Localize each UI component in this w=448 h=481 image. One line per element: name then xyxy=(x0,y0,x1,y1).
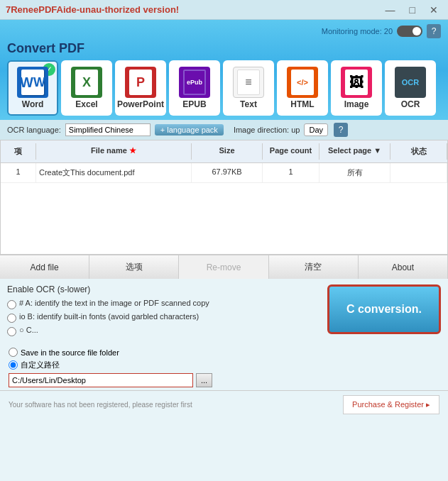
file-table: 项 File name ★ Size Page count Select pag… xyxy=(0,140,448,255)
col-pagecount: Page count xyxy=(263,143,319,160)
cell-num: 1 xyxy=(1,163,36,182)
ocr-language-input[interactable] xyxy=(65,123,151,136)
action-buttons: Add file 选项 Re-move 清空 About xyxy=(0,255,448,279)
table-empty-area xyxy=(1,183,447,254)
custom-path-radio[interactable] xyxy=(9,360,18,370)
maximize-button[interactable]: □ xyxy=(405,3,420,17)
ocr-options: Enable OCR (s-lower) # A: identify the t… xyxy=(7,284,320,339)
ocr-conversion-area: Enable OCR (s-lower) # A: identify the t… xyxy=(0,279,448,345)
table-header: 项 File name ★ Size Page count Select pag… xyxy=(1,140,447,163)
ocr-language-row: OCR language: + language pack Image dire… xyxy=(0,120,448,140)
html-icon: </> xyxy=(287,67,318,98)
ocr-title: Enable OCR (s-lower) xyxy=(7,284,320,294)
col-selectpage[interactable]: Select page ▼ xyxy=(319,143,390,160)
close-button[interactable]: ✕ xyxy=(425,3,442,17)
format-html[interactable]: </> HTML xyxy=(277,60,328,116)
ppt-icon: P xyxy=(125,67,156,98)
text-label: Text xyxy=(240,99,257,109)
ocr-option-c: ○ C... xyxy=(7,326,320,336)
word-icon: W xyxy=(17,67,48,98)
about-button[interactable]: About xyxy=(359,255,448,279)
text-icon: ≡ xyxy=(233,67,264,98)
title-text: 7ReneePDFAide-unau-thorized version! xyxy=(6,4,179,15)
title-bar: 7ReneePDFAide-unau-thorized version! — □… xyxy=(0,0,448,20)
monitoring-toggle[interactable] xyxy=(397,26,422,37)
conversion-button[interactable]: C conversion. xyxy=(327,284,441,334)
ppt-label: PowerPoint xyxy=(117,99,164,109)
format-powerpoint[interactable]: P PowerPoint xyxy=(115,60,166,116)
format-image[interactable]: 🖼 Image xyxy=(331,60,382,116)
options-button[interactable]: 选项 xyxy=(89,255,179,279)
output-path-input[interactable] xyxy=(9,373,193,387)
cell-filename: Create文This document.pdf xyxy=(36,163,192,182)
lang-pack-button[interactable]: + language pack xyxy=(155,124,224,136)
epub-icon: ePub xyxy=(179,67,210,98)
monitoring-label: Monitoring mode: 20 xyxy=(322,27,393,35)
format-icons-row: ✓ W Word X Excel P PowerPoint xyxy=(7,60,441,120)
html-label: HTML xyxy=(290,99,314,109)
remove-button[interactable]: Re-move xyxy=(179,255,268,279)
col-num: 项 xyxy=(1,143,36,160)
custom-path-option: 自定义路径 xyxy=(9,360,439,370)
clear-button[interactable]: 清空 xyxy=(269,255,359,279)
ocr-icon: OCR xyxy=(395,67,426,98)
image-direction-label: Image direction: up xyxy=(234,126,300,134)
page-title: Convert PDF xyxy=(7,41,441,56)
image-label: Image xyxy=(344,99,369,109)
format-excel[interactable]: X Excel xyxy=(61,60,112,116)
source-folder-option: Save in the source file folder xyxy=(9,348,439,357)
col-filename: File name ★ xyxy=(36,143,192,160)
registration-text: Your software has not been registered, p… xyxy=(9,401,192,409)
format-epub[interactable]: ePub EPUB xyxy=(169,60,220,116)
cell-selectpage: 所有 xyxy=(319,163,390,182)
ocr-language-label: OCR language: xyxy=(7,126,61,134)
ocr-radio-c[interactable] xyxy=(7,327,16,336)
image-icon: 🖼 xyxy=(341,67,372,98)
browse-button[interactable]: ... xyxy=(196,373,212,387)
ocr-label: OCR xyxy=(401,99,420,109)
ocr-option-b: io B: identify built-in fonts (avoid gar… xyxy=(7,312,320,323)
cell-pagecount: 1 xyxy=(263,163,319,182)
format-word[interactable]: ✓ W Word xyxy=(7,60,58,116)
cell-status xyxy=(390,163,447,182)
source-folder-radio[interactable] xyxy=(9,348,18,357)
excel-label: Excel xyxy=(75,99,97,109)
ocr-option-a: # A: identify the text in the image or P… xyxy=(7,299,320,309)
output-area: Save in the source file folder 自定义路径 ... xyxy=(0,345,448,390)
cell-size: 67.97KB xyxy=(192,163,263,182)
output-options: Save in the source file folder 自定义路径 ... xyxy=(9,348,439,387)
minimize-button[interactable]: — xyxy=(381,3,400,17)
word-label: Word xyxy=(22,99,43,109)
ocr-help-button[interactable]: ? xyxy=(334,123,348,137)
header-area: Monitoring mode: 20 ? Convert PDF ✓ W Wo… xyxy=(0,20,448,120)
help-button[interactable]: ? xyxy=(427,24,441,38)
purchase-button[interactable]: Purchase & Register ▸ xyxy=(343,395,439,414)
epub-label: EPUB xyxy=(182,99,206,109)
col-size: Size xyxy=(192,143,263,160)
registration-row: Your software has not been registered, p… xyxy=(0,390,448,419)
title-controls: — □ ✕ xyxy=(381,3,442,17)
format-text[interactable]: ≡ Text xyxy=(223,60,274,116)
format-ocr[interactable]: OCR OCR xyxy=(385,60,436,116)
add-file-button[interactable]: Add file xyxy=(0,255,89,279)
table-row: 1 Create文This document.pdf 67.97KB 1 所有 xyxy=(1,163,447,183)
ocr-radio-b[interactable] xyxy=(7,314,16,323)
excel-icon: X xyxy=(71,67,102,98)
day-button[interactable]: Day xyxy=(304,123,328,136)
col-status: 状态 xyxy=(390,143,447,160)
monitoring-row: Monitoring mode: 20 ? xyxy=(7,24,441,38)
path-row: ... xyxy=(9,373,439,387)
ocr-radio-a[interactable] xyxy=(7,300,16,309)
